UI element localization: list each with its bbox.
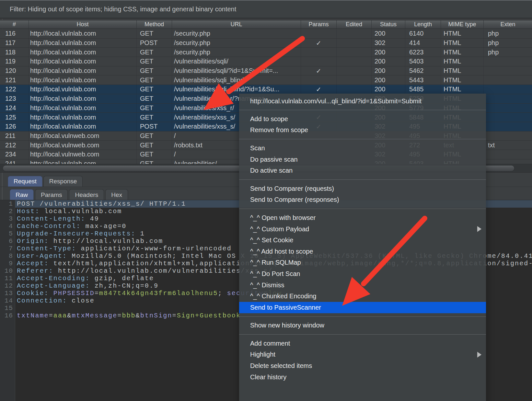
column-header-edited[interactable]: Edited — [336, 20, 371, 29]
cell-method: GET — [136, 57, 172, 66]
cell-edited — [336, 29, 371, 38]
context-menu-item-add-host-to-scope[interactable]: ^_^ Add host to scope — [239, 246, 486, 257]
cell-params: ✓ — [301, 39, 336, 48]
table-row[interactable]: 122http://local.vulnlab.comGET/vulnerabi… — [0, 85, 532, 94]
context-menu-item-do-active-scan[interactable]: Do active scan — [239, 165, 486, 176]
table-row[interactable]: 121http://local.vulnlab.comGET/vulnerabi… — [0, 75, 532, 85]
cell-num: 212 — [0, 141, 29, 150]
cell-url: /vulnerabilities/sqli_blind/?id=1&Su... — [172, 85, 301, 94]
tab-hex[interactable]: Hex — [105, 189, 128, 200]
cell-status: 302 — [371, 39, 405, 48]
context-menu-item-send-to-passivescanner[interactable]: Send to PassiveScanner — [239, 302, 486, 313]
cell-ext: php — [483, 48, 532, 57]
tab-raw[interactable]: Raw — [10, 189, 34, 200]
context-menu-item-send-to-comparer-responses[interactable]: Send to Comparer (responses) — [239, 194, 486, 206]
cell-params: ✓ — [301, 66, 336, 75]
submenu-arrow-icon — [477, 226, 481, 232]
menu-separator — [239, 209, 486, 209]
column-header-method[interactable]: Method — [136, 20, 172, 29]
menu-item-label: Delete selected items — [250, 362, 312, 370]
table-row[interactable]: 120http://local.vulnlab.comGET/vulnerabi… — [0, 66, 532, 76]
context-menu-item-send-to-comparer-requests[interactable]: Send to Comparer (requests) — [239, 183, 486, 194]
tab-response[interactable]: Response — [43, 176, 83, 187]
request-line-11: Accept-Encoding: gzip, deflate — [17, 275, 154, 282]
cell-ext — [483, 66, 532, 75]
column-header-url[interactable]: URL — [172, 20, 301, 29]
cell-num: 124 — [0, 104, 29, 113]
table-row[interactable]: 119http://local.vulnlab.comGET/vulnerabi… — [0, 57, 532, 66]
column-header-status[interactable]: Status — [371, 20, 405, 29]
cell-method: GET — [136, 85, 172, 94]
tab-params[interactable]: Params — [35, 189, 68, 200]
cell-mime: HTML — [441, 29, 483, 38]
filter-bar[interactable]: Filter: Hiding out of scope items; hidin… — [0, 0, 532, 18]
tab-headers[interactable]: Headers — [69, 189, 104, 200]
menu-item-label: Highlight — [250, 351, 275, 358]
cell-num: 118 — [0, 48, 29, 57]
request-line-10: Referer: http://local.vulnlab.com/vulner… — [17, 267, 273, 275]
cell-num: 211 — [0, 132, 29, 141]
context-menu-item-custom-payload[interactable]: ^_^ Custom Payload — [239, 223, 486, 235]
table-row[interactable]: 117http://local.vulnlab.comPOST/security… — [0, 39, 532, 48]
cell-edited — [336, 75, 371, 85]
context-menu-title: http://local.vulnlab.com/vul...qli_blind… — [239, 94, 486, 107]
cell-url: /security.php — [172, 48, 301, 57]
filter-bar-text: Filter: Hiding out of scope items; hidin… — [10, 6, 236, 13]
cell-params — [301, 75, 336, 85]
table-row[interactable]: 118http://local.vulnlab.comGET/security.… — [0, 48, 532, 57]
menu-separator — [239, 110, 486, 110]
cell-method: GET — [136, 150, 172, 159]
context-menu-item-dismiss[interactable]: ^_^ Dismiss — [239, 280, 486, 291]
cell-host: http://local.vulnlab.com — [29, 57, 136, 66]
cell-host: http://local.vulnlab.com — [29, 94, 136, 103]
column-header--[interactable]: # — [0, 20, 29, 29]
tab-request[interactable]: Request — [8, 176, 42, 187]
menu-item-label: Do passive scan — [250, 156, 298, 163]
context-menu-item-add-comment[interactable]: Add comment — [239, 338, 486, 349]
cell-ext — [483, 85, 532, 94]
cell-length: 414 — [405, 39, 441, 48]
context-menu-item-highlight[interactable]: Highlight — [239, 349, 486, 361]
menu-item-label: Send to Comparer (requests) — [250, 185, 334, 192]
context-menu-item-add-to-scope[interactable]: Add to scope — [239, 113, 486, 125]
request-line-3: Content-Length: 49 — [17, 215, 99, 223]
column-header-length[interactable]: Length — [405, 20, 441, 29]
column-header-mime-type[interactable]: MIME type — [441, 20, 483, 29]
table-row[interactable]: 116http://local.vulnlab.comGET/security.… — [0, 29, 532, 39]
request-line-7: Content-Type: application/x-www-form-url… — [17, 245, 232, 252]
cell-host: http://local.vulnweb.com — [29, 150, 136, 159]
cell-ext — [483, 104, 532, 113]
menu-item-label: ^_^ Add host to scope — [250, 248, 313, 255]
context-menu-item-delete-selected-items[interactable]: Delete selected items — [239, 360, 486, 372]
cell-edited — [336, 57, 371, 66]
cell-length: 5462 — [405, 66, 441, 75]
column-header-exten[interactable]: Exten — [483, 20, 532, 29]
cell-edited — [336, 66, 371, 75]
cell-method: GET — [136, 113, 172, 122]
context-menu-item-remove-from-scope[interactable]: Remove from scope — [239, 125, 486, 136]
context-menu-item-show-new-history-window[interactable]: Show new history window — [239, 320, 486, 331]
context-menu-item-do-passive-scan[interactable]: Do passive scan — [239, 154, 486, 165]
cell-ext — [483, 150, 532, 159]
context-menu-item-clear-history[interactable]: Clear history — [239, 372, 486, 383]
cell-status: 200 — [371, 75, 405, 85]
cell-method: GET — [136, 75, 172, 85]
cell-host: http://local.vulnlab.com — [29, 122, 136, 131]
cell-url: /vulnerabilities/sqli/?id=1&Submit=... — [172, 66, 301, 75]
cell-status: 200 — [371, 66, 405, 75]
menu-item-label: ^_^ Chunked Encoding — [250, 292, 316, 300]
cell-host: http://local.vulnlab.com — [29, 66, 136, 75]
context-menu-item-do-port-scan[interactable]: ^_^ Do Port Scan — [239, 268, 486, 280]
cell-ext — [483, 113, 532, 122]
cell-mime: HTML — [441, 39, 483, 48]
context-menu-item-run-sqlmap[interactable]: ^_^ Run SQLMap — [239, 257, 486, 269]
column-header-params[interactable]: Params — [301, 20, 336, 29]
cell-mime: HTML — [441, 57, 483, 66]
context-menu-item-open-with-browser[interactable]: ^_^ Open with browser — [239, 212, 486, 223]
cell-length: 5443 — [405, 75, 441, 85]
context-menu-item-scan[interactable]: Scan — [239, 143, 486, 154]
column-header-host[interactable]: Host — [29, 20, 136, 29]
context-menu-item-set-cookie[interactable]: ^_^ Set Cookie — [239, 235, 486, 246]
menu-item-label: Send to PassiveScanner — [250, 304, 321, 311]
context-menu-item-chunked-encoding[interactable]: ^_^ Chunked Encoding — [239, 291, 486, 302]
